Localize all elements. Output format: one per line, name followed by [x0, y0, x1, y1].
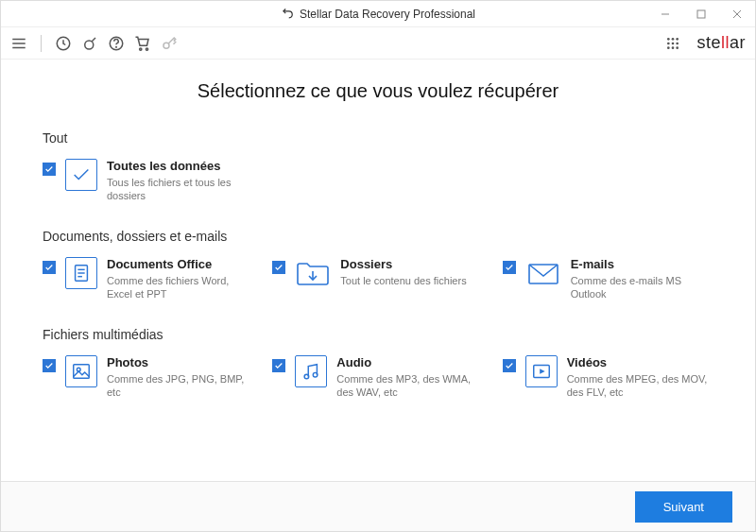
- svg-point-16: [672, 38, 675, 41]
- option-office[interactable]: Documents Office Comme des fichiers Word…: [43, 257, 253, 300]
- option-videos[interactable]: Vidéos Comme des MPEG, des MOV, des FLV,…: [503, 355, 713, 399]
- option-desc: Comme des MP3, des WMA, des WAV, etc: [336, 372, 483, 400]
- option-desc: Comme des MPEG, des MOV, des FLV, etc: [567, 372, 713, 400]
- option-photos[interactable]: Photos Comme des JPG, PNG, BMP, etc: [43, 355, 253, 399]
- svg-point-32: [314, 373, 318, 378]
- checkbox-audio[interactable]: [272, 359, 285, 372]
- brand-logo: stellar: [696, 33, 746, 53]
- section-docs-title: Documents, dossiers et e-mails: [43, 229, 713, 244]
- checkbox-folders[interactable]: [272, 261, 285, 274]
- option-desc: Tout le contenu des fichiers: [340, 274, 483, 287]
- grid-icon[interactable]: [664, 35, 681, 52]
- option-label: Dossiers: [340, 257, 483, 272]
- svg-point-15: [667, 38, 670, 41]
- svg-point-22: [672, 46, 675, 49]
- option-label: Vidéos: [567, 355, 713, 370]
- checkbox-photos[interactable]: [43, 359, 56, 372]
- svg-point-12: [140, 47, 142, 49]
- main-content: Sélectionnez ce que vous voulez récupére…: [1, 60, 755, 481]
- option-label: Documents Office: [107, 257, 253, 272]
- document-icon: [65, 257, 97, 289]
- svg-point-19: [672, 42, 675, 44]
- svg-line-9: [92, 38, 95, 42]
- option-audio[interactable]: Audio Comme des MP3, des WMA, des WAV, e…: [272, 355, 483, 399]
- svg-rect-29: [74, 365, 90, 379]
- video-icon: [525, 355, 558, 387]
- option-desc: Tous les fichiers et tous les dossiers: [107, 176, 260, 203]
- option-desc: Comme des JPG, PNG, BMP, etc: [107, 372, 253, 400]
- photo-icon: [65, 355, 97, 387]
- checkbox-all[interactable]: [43, 163, 56, 176]
- svg-point-17: [677, 38, 679, 41]
- history-icon[interactable]: [55, 35, 72, 52]
- back-icon[interactable]: [281, 6, 294, 22]
- folder-icon: [295, 257, 331, 289]
- option-label: Audio: [336, 355, 483, 370]
- checkbox-videos[interactable]: [503, 359, 516, 372]
- option-label: Photos: [107, 355, 253, 370]
- option-all-data[interactable]: Toutes les données Tous les fichiers et …: [43, 159, 260, 202]
- separator: [41, 35, 42, 52]
- svg-point-20: [677, 42, 679, 44]
- minimize-button[interactable]: [647, 1, 683, 27]
- svg-point-8: [85, 41, 94, 49]
- option-emails[interactable]: E-mails Comme des e-mails MS Outlook: [503, 257, 713, 300]
- option-desc: Comme des fichiers Word, Excel et PPT: [107, 274, 253, 301]
- svg-point-13: [146, 47, 147, 49]
- svg-point-23: [677, 46, 679, 49]
- svg-rect-1: [697, 10, 705, 18]
- checkbox-office[interactable]: [43, 261, 56, 274]
- next-button[interactable]: Suivant: [635, 491, 732, 523]
- section-media-title: Fichiers multimédias: [43, 327, 713, 342]
- close-button[interactable]: [719, 1, 755, 27]
- option-label: E-mails: [571, 257, 713, 272]
- help-icon[interactable]: [108, 35, 125, 52]
- key-icon[interactable]: [161, 35, 178, 52]
- check-icon: [65, 159, 97, 191]
- option-folders[interactable]: Dossiers Tout le contenu des fichiers: [272, 257, 483, 300]
- mail-icon: [525, 257, 561, 289]
- svg-point-11: [116, 46, 117, 47]
- footer: Suivant: [1, 481, 755, 532]
- svg-point-21: [667, 46, 670, 49]
- svg-point-18: [667, 42, 670, 44]
- window-title: Stellar Data Recovery Professional: [300, 8, 475, 21]
- page-title: Sélectionnez ce que vous voulez récupére…: [43, 80, 713, 102]
- svg-point-14: [163, 43, 169, 48]
- section-all-title: Tout: [43, 130, 713, 146]
- option-label: Toutes les données: [107, 159, 260, 174]
- lab-icon[interactable]: [81, 35, 98, 52]
- titlebar: Stellar Data Recovery Professional: [1, 1, 755, 27]
- menu-icon[interactable]: [10, 35, 27, 52]
- music-icon: [295, 355, 327, 387]
- checkbox-emails[interactable]: [503, 261, 516, 274]
- maximize-button[interactable]: [683, 1, 719, 27]
- toolbar: stellar: [1, 27, 755, 60]
- option-desc: Comme des e-mails MS Outlook: [571, 274, 713, 301]
- cart-icon[interactable]: [134, 35, 151, 52]
- svg-point-31: [304, 375, 309, 380]
